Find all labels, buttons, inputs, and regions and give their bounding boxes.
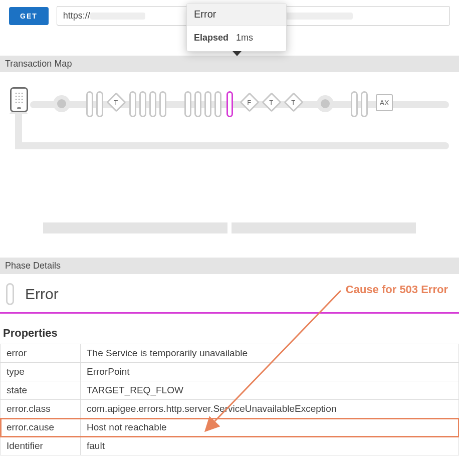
property-key: error — [1, 344, 81, 363]
phase-heading: Error — [25, 286, 59, 303]
flow-condition[interactable]: T — [106, 92, 126, 112]
flow-step[interactable] — [351, 91, 358, 117]
return-line — [15, 142, 449, 149]
flow-node-endpoint-start[interactable] — [53, 95, 70, 112]
flow-step-error-selected[interactable] — [226, 91, 233, 117]
return-line-vertical — [15, 112, 22, 149]
annotation-label: Cause for 503 Error — [346, 283, 448, 296]
phase-details-header: Phase Details — [0, 258, 459, 274]
property-key: Identifier — [1, 437, 81, 455]
flow-step[interactable] — [361, 91, 368, 117]
flow-analytics-box[interactable]: AX — [376, 94, 393, 111]
property-row: stateTARGET_REQ_FLOW — [1, 381, 459, 400]
property-row: typeErrorPoint — [1, 363, 459, 381]
property-row: error.causeHost not reachable — [1, 418, 459, 437]
url-prefix: https:// — [63, 11, 90, 21]
property-value: com.apigee.errors.http.server.ServiceUna… — [81, 400, 459, 418]
http-method-button[interactable]: GET — [9, 7, 49, 25]
flow-step[interactable] — [149, 91, 156, 117]
properties-heading: Properties — [0, 314, 459, 344]
tooltip-arrow-icon — [233, 51, 242, 56]
phase-pill-icon — [6, 283, 14, 305]
flow-step[interactable] — [139, 91, 146, 117]
hover-tooltip: Error Elapsed 1ms — [186, 3, 287, 52]
property-value: TARGET_REQ_FLOW — [81, 381, 459, 400]
property-value: Host not reachable — [81, 418, 459, 437]
property-row: Identifierfault — [1, 437, 459, 455]
property-value: ErrorPoint — [81, 363, 459, 381]
flow-step[interactable] — [184, 91, 191, 117]
property-row: errorThe Service is temporarily unavaila… — [1, 344, 459, 363]
property-key: error.cause — [1, 418, 81, 437]
property-key: state — [1, 381, 81, 400]
flow-step[interactable] — [129, 91, 136, 117]
property-key: error.class — [1, 400, 81, 418]
tooltip-elapsed-value: 1ms — [236, 33, 253, 43]
flow-step[interactable] — [86, 91, 93, 117]
transaction-map-header: Transaction Map — [0, 56, 459, 72]
property-value: The Service is temporarily unavailable — [81, 344, 459, 363]
flow-step[interactable] — [194, 91, 201, 117]
flow-condition[interactable]: F — [240, 92, 260, 112]
flow-condition[interactable]: T — [262, 92, 282, 112]
flow-step[interactable] — [204, 91, 211, 117]
phase-title-row: Error Cause for 503 Error — [0, 274, 459, 314]
tooltip-title: Error — [187, 4, 286, 26]
flow-step[interactable] — [159, 91, 166, 117]
tooltip-elapsed-label: Elapsed — [194, 33, 228, 43]
flow-condition[interactable]: T — [284, 92, 304, 112]
flow-node-endpoint-end[interactable] — [317, 95, 334, 112]
properties-table: errorThe Service is temporarily unavaila… — [0, 344, 459, 455]
tooltip-body: Elapsed 1ms — [187, 26, 286, 51]
property-row: error.classcom.apigee.errors.http.server… — [1, 400, 459, 418]
transaction-map: T F T T AX — [0, 72, 459, 167]
property-value: fault — [81, 437, 459, 455]
timeline-placeholder — [43, 222, 416, 233]
client-device-icon[interactable] — [10, 87, 28, 112]
property-key: type — [1, 363, 81, 381]
flow-step[interactable] — [214, 91, 221, 117]
flow-step[interactable] — [96, 91, 103, 117]
